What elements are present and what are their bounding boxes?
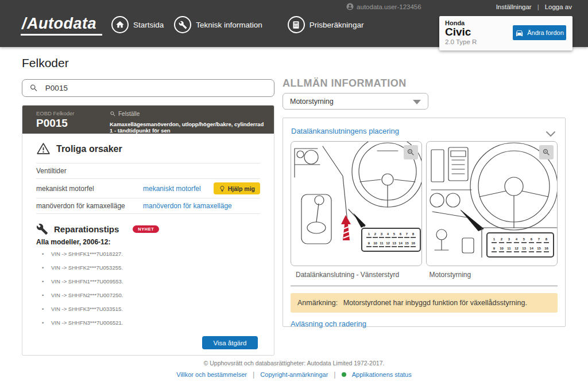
wrench-icon <box>174 16 191 33</box>
vin-item: VIN -> SHHFK3***7U033515. <box>36 306 260 312</box>
nav-label: Startsida <box>133 21 164 29</box>
lightbulb-icon <box>219 185 226 192</box>
app-status-link[interactable]: Applikationens status <box>352 371 412 378</box>
note-text: Motorstyrdonet har inbyggd funktion för … <box>343 299 527 307</box>
obd-pin: 11 <box>379 241 384 247</box>
dlc-location-link[interactable]: Datalänkanslutningens placering <box>291 127 399 135</box>
note-box: Anmärkning: Motorstyrdonet har inbyggd f… <box>291 293 558 313</box>
user-row: autodata.user-123456 Inställningar | Log… <box>346 3 572 10</box>
help-me-button[interactable]: Hjälp mig <box>214 182 260 194</box>
obd-pin: 11 <box>506 246 512 252</box>
obd-pin: 15 <box>404 241 409 247</box>
vehicle-card: Honda Civic 2.0 Type R Ändra fordon <box>439 16 572 50</box>
info-category-dropdown[interactable]: Motorstyrning <box>283 93 428 110</box>
obd-pin: 7 <box>404 232 409 238</box>
settings-link[interactable]: Inställningar <box>496 3 532 10</box>
obd-pin: 4 <box>385 232 390 238</box>
magnifier-plus-icon <box>407 148 415 157</box>
main-nav: Startsida Teknisk information Prisberäkn… <box>111 16 363 33</box>
diagram-dlc-lhd: 12345678 910111213141516 <box>291 141 422 266</box>
help-me-label: Hjälp mig <box>228 185 255 192</box>
panel-divider <box>291 286 558 286</box>
change-vehicle-button[interactable]: Ändra fordon <box>513 25 566 40</box>
obd-pin: 15 <box>536 246 541 252</box>
page-footer: © Upphovsrätt och databasrättigheter: Au… <box>0 360 588 379</box>
zoom-in-button[interactable] <box>404 145 418 159</box>
fault-code-card: EOBD Felkoder P0015 Felställe Kamaxelläg… <box>22 105 274 356</box>
cause-label: manöverdon för kamaxelläge <box>36 202 143 210</box>
cause-label: mekaniskt motorfel <box>36 185 143 193</box>
obd-connector: 12345678 910111213141516 <box>486 232 554 258</box>
fault-code-search[interactable] <box>22 79 274 97</box>
vin-item: VIN -> SHHFN3***7U006521. <box>36 319 260 326</box>
general-info-title: ALLMÄN INFORMATION <box>283 77 407 89</box>
show-action-button[interactable]: Visa åtgärd <box>202 336 258 349</box>
nav-item-startsida[interactable]: Startsida <box>111 16 164 33</box>
zoom-in-button[interactable] <box>539 145 554 159</box>
footer-separator: | <box>253 370 254 379</box>
fault-description: Kamaxellägesmanöverdon, utlopp/höger/bak… <box>110 121 268 134</box>
obd-pin: 13 <box>392 241 397 247</box>
username-text: autodata.user-123456 <box>357 3 421 10</box>
obd-pin: 3 <box>379 232 384 238</box>
autodata-logo[interactable]: /Autodata <box>21 15 102 36</box>
diagram-engine-management: 12345678 910111213141516 <box>426 141 558 266</box>
repair-tips-subtitle: Alla modeller, 2006-12: <box>36 238 260 246</box>
copyright-notices-link[interactable]: Copyright-anmärkningar <box>260 371 328 378</box>
top-separator: | <box>537 3 539 10</box>
obd-pin: 14 <box>398 241 403 247</box>
collapse-chevron-icon[interactable] <box>546 131 556 137</box>
obd-pin: 16 <box>544 246 549 252</box>
obd-pin: 8 <box>544 237 549 243</box>
logo-slash: / <box>22 15 26 32</box>
cause-link[interactable]: mekaniskt motorfel <box>143 185 214 193</box>
diagram-caption-lhd: Datalänkanslutning - Vänsterstyrd <box>291 271 424 279</box>
fault-category: EOBD Felkoder <box>36 110 110 116</box>
user-account[interactable]: autodata.user-123456 <box>346 3 421 10</box>
obd-pin: 10 <box>373 241 378 247</box>
nav-item-prisberakningar[interactable]: Prisberäkningar <box>288 16 364 33</box>
new-badge: NYHET <box>133 225 159 233</box>
cause-row: manöverdon för kamaxelläge manöverdon fö… <box>36 198 260 213</box>
note-label: Anmärkning: <box>297 299 338 307</box>
obd-pin: 3 <box>506 237 512 243</box>
cause-row: mekaniskt motorfel mekaniskt motorfel Hj… <box>36 178 260 198</box>
read-erase-link[interactable]: Avläsning och radering <box>291 319 366 328</box>
obd-pin: 13 <box>521 246 527 252</box>
obd-pin: 6 <box>529 237 534 243</box>
search-icon <box>110 111 116 117</box>
person-icon <box>346 3 354 10</box>
obd-pin: 2 <box>499 237 504 243</box>
obd-pin: 4 <box>514 237 519 243</box>
obd-pin: 10 <box>499 246 504 252</box>
obd-pin: 5 <box>521 237 527 243</box>
logout-link[interactable]: Logga av <box>545 3 572 10</box>
calculator-icon <box>288 16 305 33</box>
obd-pins-top: 12345678 <box>366 232 416 238</box>
obd-pin: 1 <box>492 237 497 243</box>
nav-label: Prisberäkningar <box>310 21 364 29</box>
page-title: Felkoder <box>22 56 69 70</box>
obd-pin: 9 <box>492 246 497 252</box>
terms-link[interactable]: Villkor och bestämmelser <box>176 371 247 378</box>
dropdown-value: Motorstyrning <box>290 98 334 106</box>
general-info-panel: Datalänkanslutningens placering <box>283 118 566 327</box>
red-arrow <box>341 215 351 240</box>
search-input[interactable] <box>45 84 267 92</box>
obd-pin: 14 <box>529 246 534 252</box>
footer-separator: | <box>334 370 335 379</box>
warning-icon <box>36 142 51 156</box>
cause-link[interactable]: manöverdon för kamaxelläge <box>143 202 260 210</box>
vin-item: VIN -> SHHFK1***7U018227. <box>36 251 260 257</box>
vin-item: VIN -> SHHFK2***7U053255. <box>36 264 260 271</box>
copyright-text: © Upphovsrätt och databasrättigheter: Au… <box>0 360 588 367</box>
status-dot-icon <box>342 372 346 377</box>
nav-item-teknisk-information[interactable]: Teknisk information <box>174 16 262 33</box>
cause-row: Ventiltider <box>36 163 260 178</box>
vin-item: VIN -> SHHFN1***7U009553. <box>36 278 260 284</box>
dropdown-caret-icon <box>413 100 421 104</box>
obd-pin: 16 <box>411 241 416 247</box>
change-vehicle-label: Ändra fordon <box>527 29 564 36</box>
obd-pin: 9 <box>366 241 372 247</box>
causes-title: Troliga orsaker <box>56 144 122 154</box>
